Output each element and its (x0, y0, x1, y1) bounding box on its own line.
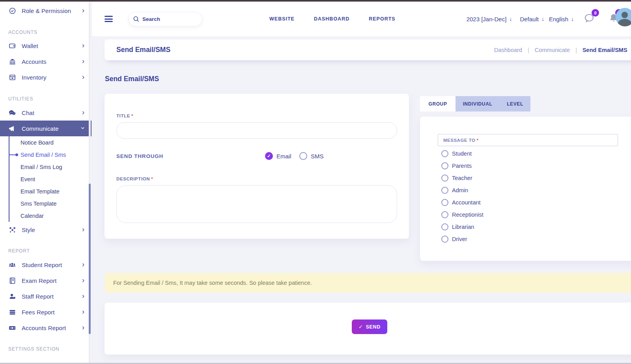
chevron-down-icon: › (80, 127, 87, 129)
submenu-item-send-email-sms[interactable]: Send Email / Sms (9, 149, 91, 161)
chat-messages-button[interactable]: 0 (584, 13, 595, 25)
description-textarea[interactable] (116, 185, 397, 223)
send-button[interactable]: ✓ SEND (352, 319, 387, 334)
sidebar-item-label: Style (22, 227, 82, 233)
role-radio-student[interactable]: Student (441, 147, 484, 160)
megaphone-icon (8, 124, 16, 132)
session-dropdown[interactable]: 2023 [Jan-Dec] ↓ (467, 16, 512, 22)
hamburger-menu-icon[interactable] (105, 15, 113, 24)
breadcrumb-separator: | (575, 47, 577, 53)
chevron-right-icon: › (82, 226, 84, 233)
role-radio-parents[interactable]: Parents (441, 160, 484, 172)
search-input[interactable] (142, 16, 190, 22)
sidebar-item-style[interactable]: Style › (0, 222, 91, 238)
tab-individual[interactable]: INDIVIDUAL (456, 96, 500, 111)
radio-unchecked-icon (441, 211, 448, 218)
sidebar-item-communicate[interactable]: Communicate › (0, 121, 91, 136)
radio-unchecked-icon (441, 199, 448, 206)
branch-dropdown[interactable]: Default ↓ (520, 16, 544, 22)
sidebar-item-student-report[interactable]: Student Report › (0, 257, 91, 273)
radio-unchecked-icon (441, 236, 448, 243)
sidebar-item-staff-report[interactable]: Staff Report › (0, 288, 91, 304)
bank-icon (8, 58, 16, 65)
submenu-item-event[interactable]: Event (9, 173, 91, 185)
role-radio-receptionist[interactable]: Receptionist (441, 208, 484, 221)
breadcrumb-dashboard[interactable]: Dashboard (494, 47, 522, 53)
user-avatar[interactable] (616, 8, 631, 26)
banknote-icon (8, 324, 16, 332)
compose-form-card: TITLE* SEND THROUGH ✓ Email SMS DESCRIPT… (105, 94, 409, 239)
required-asterisk: * (476, 138, 478, 143)
radio-unchecked-icon (441, 162, 448, 169)
language-value: English (549, 16, 568, 22)
nav-link-dashboard[interactable]: DASHBOARD (314, 16, 349, 22)
submenu-item-notice-board[interactable]: Notice Board (9, 136, 91, 149)
message-to-label: MESSAGE TO* (443, 138, 478, 143)
app-window: Role & Permission › ACCOUNTS Wallet › Ac… (0, 0, 631, 364)
chat-badge: 0 (592, 9, 599, 17)
language-dropdown[interactable]: English ↓ (549, 16, 574, 22)
chat-icon (8, 109, 16, 117)
nav-link-reports[interactable]: REPORTS (369, 16, 395, 22)
submenu-item-calendar[interactable]: Calendar (9, 210, 91, 222)
exam-book-icon (8, 277, 16, 284)
recipient-card: MESSAGE TO* Student Parents Teacher Admi… (420, 117, 631, 261)
role-radio-accountant[interactable]: Accountant (441, 196, 484, 208)
sidebar-item-label: Staff Report (22, 293, 82, 300)
submenu-item-sms-template[interactable]: Sms Template (9, 197, 91, 210)
send-through-label: SEND THROUGH (116, 153, 163, 159)
submenu-item-email-sms-log[interactable]: Email / Sms Log (9, 161, 91, 173)
sidebar-item-accounts-report[interactable]: Accounts Report › (0, 320, 91, 336)
submenu-item-email-template[interactable]: Email Template (9, 185, 91, 197)
nav-link-website[interactable]: WEBSITE (269, 16, 295, 22)
role-radio-driver[interactable]: Driver (441, 233, 484, 245)
sidebar-item-label: Accounts Report (22, 325, 82, 331)
radio-label: Email (276, 153, 291, 160)
search-box[interactable] (128, 12, 202, 26)
sidebar-item-accounts[interactable]: Accounts › (0, 54, 91, 69)
role-radio-librarian[interactable]: Librarian (441, 221, 484, 233)
breadcrumb: Dashboard | Communicate | Send Email/SMS (494, 39, 627, 60)
sidebar-item-fees-report[interactable]: Fees Report › (0, 304, 91, 320)
radio-unchecked-icon (441, 223, 448, 230)
staff-person-icon (8, 292, 16, 300)
sidebar-section-accounts: ACCOUNTS (0, 28, 91, 36)
arrow-down-icon: ↓ (509, 16, 512, 22)
sidebar-item-wallet[interactable]: Wallet › (0, 38, 91, 54)
role-radio-teacher[interactable]: Teacher (441, 172, 484, 184)
chevron-right-icon: › (82, 277, 84, 284)
radio-unchecked-icon (441, 175, 448, 182)
sidebar-item-label: Communicate (22, 125, 82, 132)
description-label: DESCRIPTION* (116, 176, 153, 181)
wallet-icon (8, 42, 16, 50)
title-label: TITLE* (116, 113, 133, 118)
chevron-right-icon: › (82, 7, 84, 14)
sidebar-item-role-permission[interactable]: Role & Permission › (0, 3, 91, 19)
sidebar-item-inventory[interactable]: Inventory › (0, 69, 91, 85)
section-title: Send Email/SMS (105, 75, 159, 83)
sidebar-item-chat[interactable]: Chat › (0, 105, 91, 121)
fees-list-icon (8, 308, 16, 316)
send-through-email-radio[interactable]: ✓ Email (265, 152, 291, 160)
tab-group[interactable]: GROUP (420, 96, 456, 111)
sidebar-item-label: Student Report (22, 262, 82, 268)
tab-level[interactable]: LEVEL (500, 96, 530, 111)
radio-label: SMS (311, 153, 324, 160)
title-input[interactable] (116, 122, 397, 139)
sidebar-scrollbar-thumb[interactable] (89, 184, 91, 334)
chevron-right-icon: › (82, 261, 84, 268)
chevron-right-icon: › (82, 109, 84, 116)
sidebar-item-exam-report[interactable]: Exam Report › (0, 273, 91, 288)
check-icon: ✓ (358, 324, 363, 330)
top-header: WEBSITE DASHBOARD REPORTS 2023 [Jan-Dec]… (92, 2, 631, 36)
sidebar-section-utilities: UTILITIES (0, 95, 91, 103)
send-button-label: SEND (366, 324, 381, 330)
role-radio-admin[interactable]: Admin (441, 184, 484, 196)
message-to-field[interactable]: MESSAGE TO* (438, 134, 618, 146)
chevron-right-icon: › (82, 73, 84, 80)
sidebar-item-label: Accounts (22, 58, 82, 65)
send-through-sms-radio[interactable]: SMS (299, 152, 324, 160)
chevron-right-icon: › (82, 324, 84, 331)
students-icon (8, 261, 16, 269)
breadcrumb-communicate[interactable]: Communicate (535, 47, 570, 53)
